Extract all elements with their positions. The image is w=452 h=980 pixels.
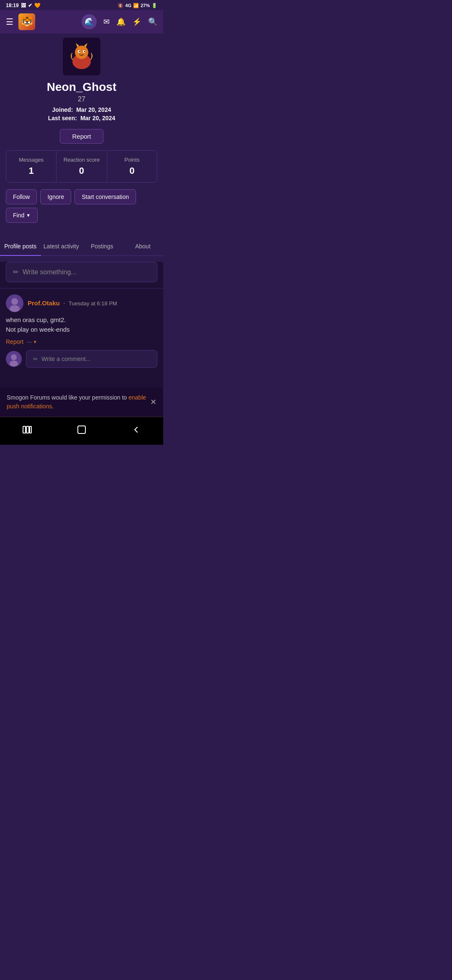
svg-point-10 [11, 298, 18, 305]
points-value: 0 [129, 165, 134, 176]
messages-label: Messages [19, 157, 44, 163]
messages-value: 1 [29, 165, 34, 176]
comment-pencil-icon: ✏ [33, 356, 38, 362]
report-button[interactable]: Report [60, 129, 103, 144]
recent-apps-button[interactable] [14, 423, 41, 439]
follow-button[interactable]: Follow [6, 189, 37, 204]
comment-input-box[interactable]: ✏ Write a comment... [26, 350, 157, 368]
push-close-button[interactable]: ✕ [150, 397, 157, 407]
svg-point-2 [75, 46, 88, 59]
find-label: Find [13, 212, 24, 219]
battery-label: 27% [141, 3, 150, 8]
tab-postings[interactable]: Postings [82, 237, 123, 255]
avatar-svg [65, 40, 98, 73]
svg-point-6 [84, 51, 85, 52]
post-line-1: when oras cup, gmt2. [6, 315, 157, 325]
post-report-link[interactable]: Report [6, 338, 23, 345]
navbar-left: ☰ 🐯 [6, 13, 35, 30]
svg-rect-18 [78, 426, 85, 433]
post-author-name[interactable]: Prof.Otaku [28, 299, 60, 307]
navbar: ☰ 🐯 🌊 ✉ 🔔 ⚡ 🔍 [0, 10, 163, 34]
stat-reaction: Reaction score 0 [56, 151, 107, 182]
bottom-nav [0, 417, 163, 445]
post-more-menu[interactable]: ··· ▼ [27, 338, 37, 345]
user-avatar-nav[interactable]: 🌊 [82, 14, 97, 29]
profile-avatar [63, 38, 100, 75]
profile-username: Neon_Ghost [47, 80, 116, 94]
nav-avatar-emoji: 🌊 [85, 17, 94, 26]
post-line-2: Not play on week-ends [6, 325, 157, 335]
check-icon: ✔ [28, 3, 32, 8]
tab-latest-activity[interactable]: Latest activity [41, 237, 82, 255]
navbar-right: 🌊 ✉ 🔔 ⚡ 🔍 [82, 14, 157, 29]
post-item: Prof.Otaku · Tuesday at 6:18 PM when ora… [0, 288, 163, 374]
push-notification-banner: Smogon Forums would like your permission… [0, 387, 163, 417]
logo-emoji: 🐯 [21, 16, 33, 27]
post-author-avatar[interactable] [6, 294, 23, 312]
search-icon[interactable]: 🔍 [148, 17, 157, 26]
back-icon [131, 425, 141, 435]
stat-messages: Messages 1 [6, 151, 56, 182]
start-conversation-button[interactable]: Start conversation [74, 189, 136, 204]
post-avatar-svg [6, 294, 23, 312]
heart-icon: 🧡 [34, 3, 41, 8]
site-logo[interactable]: 🐯 [18, 13, 35, 30]
status-left: 18:19 🖼 ✔ 🧡 [6, 3, 41, 8]
comment-row: ✏ Write a comment... [6, 350, 157, 368]
home-icon [77, 425, 87, 435]
last-seen-label: Last seen: [48, 115, 77, 121]
write-placeholder: Write something... [23, 268, 77, 276]
tab-profile-posts[interactable]: Profile posts [0, 237, 41, 255]
tab-about[interactable]: About [123, 237, 164, 255]
comment-placeholder: Write a comment... [41, 356, 90, 362]
find-chevron-icon: ▼ [26, 213, 31, 218]
svg-rect-15 [23, 426, 26, 433]
svg-point-11 [10, 305, 20, 312]
profile-age: 27 [78, 95, 85, 103]
status-time: 18:19 [6, 3, 19, 8]
stats-bar: Messages 1 Reaction score 0 Points 0 [6, 150, 157, 183]
last-seen-date: Mar 20, 2024 [80, 115, 115, 121]
post-time: Tuesday at 6:18 PM [69, 300, 117, 307]
pencil-icon: ✏ [13, 268, 18, 276]
recent-icon [22, 425, 32, 435]
signal-label: 4G [125, 3, 131, 8]
lightning-icon[interactable]: ⚡ [132, 17, 141, 26]
notifications-icon[interactable]: 🔔 [116, 17, 126, 26]
reaction-label: Reaction score [64, 157, 100, 163]
post-author-info: Prof.Otaku · Tuesday at 6:18 PM [28, 299, 117, 307]
svg-rect-17 [30, 426, 31, 433]
ignore-button[interactable]: Ignore [40, 189, 71, 204]
joined-label: Joined: [52, 106, 73, 113]
push-text: Smogon Forums would like your permission… [7, 393, 147, 411]
svg-point-13 [11, 354, 17, 360]
post-header: Prof.Otaku · Tuesday at 6:18 PM [6, 294, 157, 312]
comment-avatar-svg [6, 351, 22, 367]
battery-icon: 🔋 [152, 3, 157, 8]
wifi-icon: 📶 [133, 3, 139, 8]
post-content: when oras cup, gmt2. Not play on week-en… [6, 315, 157, 334]
stat-points: Points 0 [107, 151, 157, 182]
menu-button[interactable]: ☰ [6, 17, 13, 27]
more-chevron-icon: ▼ [33, 340, 37, 344]
photo-icon: 🖼 [21, 3, 26, 8]
post-actions: Report ··· ▼ [6, 338, 157, 345]
joined-date: Mar 20, 2024 [76, 106, 111, 113]
messages-icon[interactable]: ✉ [103, 17, 110, 26]
action-buttons: Follow Ignore Start conversation Find ▼ [0, 183, 163, 223]
profile-area: Neon_Ghost 27 Joined: Mar 20, 2024 Last … [0, 34, 163, 231]
back-button[interactable] [123, 423, 149, 439]
tabs: Profile posts Latest activity Postings A… [0, 237, 163, 256]
svg-point-14 [10, 361, 18, 366]
reaction-value: 0 [79, 165, 84, 176]
svg-point-5 [79, 51, 80, 52]
find-button[interactable]: Find ▼ [6, 208, 38, 223]
points-label: Points [124, 157, 139, 163]
write-something-box[interactable]: ✏ Write something... [6, 262, 157, 282]
status-bar: 18:19 🖼 ✔ 🧡 🔇 4G 📶 27% 🔋 [0, 0, 163, 10]
svg-rect-16 [26, 426, 29, 433]
mute-icon: 🔇 [118, 3, 123, 8]
content-area: ✏ Write something... Prof.Otaku · Tuesda… [0, 262, 163, 387]
status-right: 🔇 4G 📶 27% 🔋 [118, 3, 157, 8]
home-button[interactable] [68, 423, 95, 439]
